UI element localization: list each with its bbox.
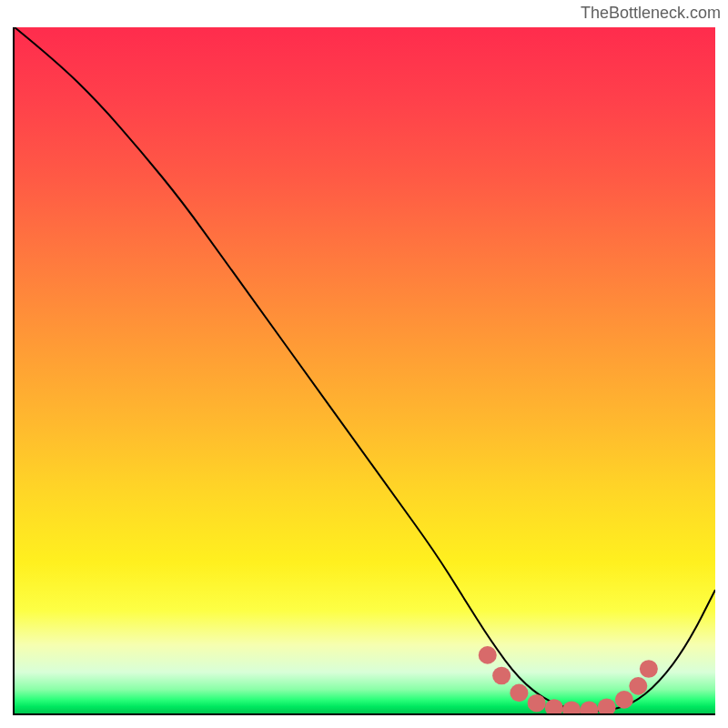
- attribution-text: TheBottleneck.com: [581, 4, 721, 23]
- svg-point-5: [562, 701, 581, 713]
- svg-point-2: [510, 684, 528, 703]
- svg-point-10: [640, 660, 658, 678]
- svg-point-1: [492, 667, 511, 685]
- svg-point-8: [615, 691, 633, 709]
- svg-point-4: [545, 699, 563, 713]
- plot-area: [15, 27, 715, 713]
- svg-point-0: [479, 646, 497, 664]
- svg-point-7: [598, 698, 616, 713]
- optimal-range-dots: [15, 27, 715, 713]
- svg-point-3: [528, 694, 546, 713]
- svg-point-9: [629, 677, 647, 695]
- svg-point-6: [580, 701, 598, 713]
